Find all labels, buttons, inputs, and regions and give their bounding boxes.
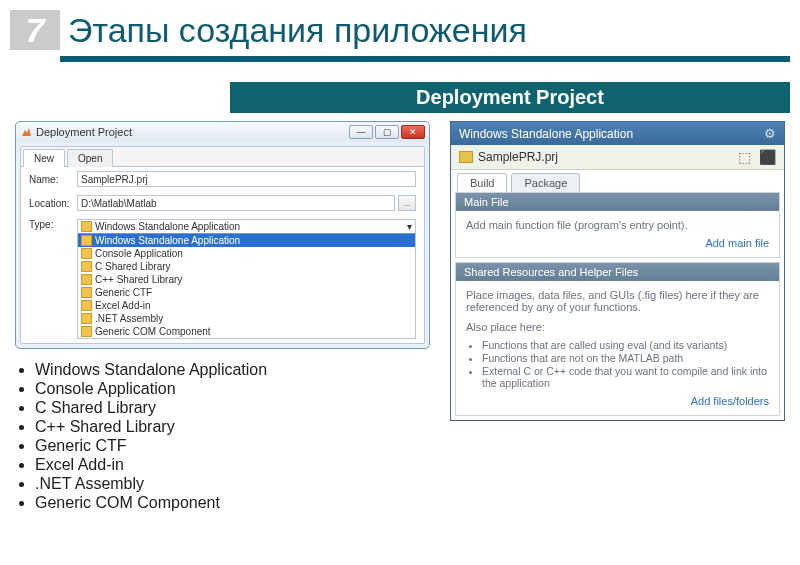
add-main-file-link[interactable]: Add main file xyxy=(466,237,769,249)
list-item: C Shared Library xyxy=(35,399,430,417)
also-place-here: Also place here: xyxy=(466,321,769,333)
type-label: Type: xyxy=(29,219,77,230)
option-icon xyxy=(81,235,92,246)
list-item: Windows Standalone Application xyxy=(35,361,430,379)
list-item: Generic COM Component xyxy=(35,494,430,512)
helper-item: External C or C++ code that you want to … xyxy=(482,365,769,389)
folder-icon xyxy=(459,151,473,163)
option-icon xyxy=(81,313,92,324)
option-label: .NET Assembly xyxy=(95,313,163,324)
tab-build[interactable]: Build xyxy=(457,173,507,192)
application-types-list: Windows Standalone ApplicationConsole Ap… xyxy=(15,361,430,512)
list-item: .NET Assembly xyxy=(35,475,430,493)
option-label: C Shared Library xyxy=(95,261,171,272)
close-button[interactable]: ✕ xyxy=(401,125,425,139)
main-file-text: Add main function file (program's entry … xyxy=(466,219,769,231)
option-icon xyxy=(81,248,92,259)
type-option[interactable]: .NET Assembly xyxy=(78,312,415,325)
type-option[interactable]: Windows Standalone Application xyxy=(78,234,415,247)
standalone-app-panel: Windows Standalone Application ⚙ SampleP… xyxy=(450,121,785,421)
title-underline xyxy=(60,56,790,62)
page-number: 7 xyxy=(10,10,60,50)
list-item: C++ Shared Library xyxy=(35,418,430,436)
chevron-down-icon: ▾ xyxy=(407,221,412,232)
option-icon xyxy=(81,300,92,311)
option-label: C++ Shared Library xyxy=(95,274,182,285)
location-label: Location: xyxy=(29,198,77,209)
dialog-title: Deployment Project xyxy=(36,126,349,138)
gear-icon[interactable]: ⚙ xyxy=(764,126,776,141)
deployment-project-dialog: Deployment Project — ▢ ✕ New Open Name: … xyxy=(15,121,430,349)
type-option[interactable]: Excel Add-in xyxy=(78,299,415,312)
build-icon[interactable]: ⬛ xyxy=(759,149,776,165)
option-icon xyxy=(81,287,92,298)
helper-item: Functions that are not on the MATLAB pat… xyxy=(482,352,769,364)
option-icon xyxy=(81,274,92,285)
app-window-title: Windows Standalone Application xyxy=(459,127,633,141)
app-icon xyxy=(81,221,92,232)
type-option[interactable]: Generic CTF xyxy=(78,286,415,299)
minimize-button[interactable]: — xyxy=(349,125,373,139)
shared-resources-text: Place images, data files, and GUIs (.fig… xyxy=(466,289,769,313)
name-label: Name: xyxy=(29,174,77,185)
banner-heading: Deployment Project xyxy=(230,82,790,113)
matlab-icon xyxy=(20,126,32,138)
option-label: Console Application xyxy=(95,248,183,259)
package-icon[interactable]: ⬚ xyxy=(738,149,751,165)
type-selected: Windows Standalone Application xyxy=(95,221,240,232)
maximize-button[interactable]: ▢ xyxy=(375,125,399,139)
location-field[interactable]: D:\Matlab\Matlab xyxy=(77,195,395,211)
option-icon xyxy=(81,326,92,337)
option-label: Windows Standalone Application xyxy=(95,235,240,246)
name-field[interactable]: SamplePRJ.prj xyxy=(77,171,416,187)
list-item: Console Application xyxy=(35,380,430,398)
list-item: Excel Add-in xyxy=(35,456,430,474)
tab-package[interactable]: Package xyxy=(511,173,580,192)
page-title: Этапы создания приложения xyxy=(68,11,527,50)
tab-new[interactable]: New xyxy=(23,149,65,167)
type-option[interactable]: Generic COM Component xyxy=(78,325,415,338)
shared-resources-header: Shared Resources and Helper Files xyxy=(456,263,779,281)
option-label: Generic CTF xyxy=(95,287,152,298)
helper-item: Functions that are called using eval (an… xyxy=(482,339,769,351)
option-label: Generic COM Component xyxy=(95,326,211,337)
tab-open[interactable]: Open xyxy=(67,149,113,167)
type-option[interactable]: C Shared Library xyxy=(78,260,415,273)
option-label: Excel Add-in xyxy=(95,300,151,311)
project-file-name: SamplePRJ.prj xyxy=(478,150,558,164)
browse-button[interactable]: ... xyxy=(398,195,416,211)
option-icon xyxy=(81,261,92,272)
type-option[interactable]: C++ Shared Library xyxy=(78,273,415,286)
list-item: Generic CTF xyxy=(35,437,430,455)
type-dropdown[interactable]: Windows Standalone Application ▾ Windows… xyxy=(77,219,416,339)
main-file-header: Main File xyxy=(456,193,779,211)
type-option[interactable]: Console Application xyxy=(78,247,415,260)
add-files-link[interactable]: Add files/folders xyxy=(466,395,769,407)
